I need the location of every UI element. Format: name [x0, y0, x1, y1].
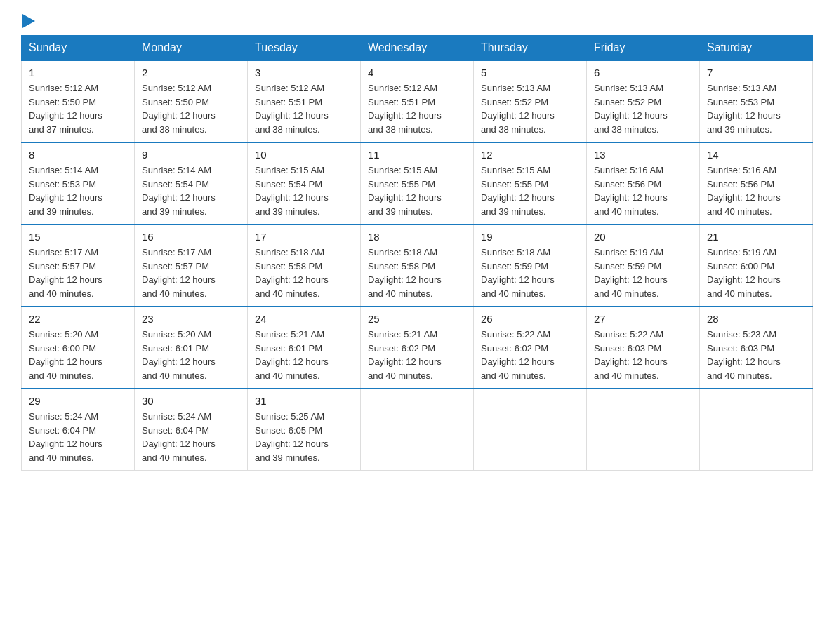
day-info: Sunrise: 5:12 AMSunset: 5:51 PMDaylight:… — [368, 81, 466, 136]
calendar-day-cell: 21Sunrise: 5:19 AMSunset: 6:00 PMDayligh… — [700, 224, 813, 307]
day-number: 22 — [29, 313, 127, 325]
day-info: Sunrise: 5:18 AMSunset: 5:58 PMDaylight:… — [255, 246, 353, 300]
day-number: 18 — [368, 231, 466, 243]
calendar-day-cell: 6Sunrise: 5:13 AMSunset: 5:52 PMDaylight… — [587, 60, 700, 142]
calendar-day-cell: 20Sunrise: 5:19 AMSunset: 5:59 PMDayligh… — [587, 224, 700, 307]
day-number: 25 — [368, 313, 466, 325]
day-info: Sunrise: 5:19 AMSunset: 6:00 PMDaylight:… — [707, 246, 805, 300]
calendar-day-cell: 7Sunrise: 5:13 AMSunset: 5:53 PMDaylight… — [700, 60, 813, 142]
day-info: Sunrise: 5:15 AMSunset: 5:55 PMDaylight:… — [368, 163, 466, 218]
calendar-week-row: 29Sunrise: 5:24 AMSunset: 6:04 PMDayligh… — [22, 389, 813, 471]
calendar-day-cell: 28Sunrise: 5:23 AMSunset: 6:03 PMDayligh… — [700, 307, 813, 389]
calendar-day-cell: 12Sunrise: 5:15 AMSunset: 5:55 PMDayligh… — [474, 142, 587, 224]
day-info: Sunrise: 5:25 AMSunset: 6:05 PMDaylight:… — [255, 410, 353, 464]
calendar-day-cell: 11Sunrise: 5:15 AMSunset: 5:55 PMDayligh… — [361, 142, 474, 224]
day-info: Sunrise: 5:14 AMSunset: 5:53 PMDaylight:… — [29, 163, 127, 218]
day-number: 7 — [707, 67, 805, 79]
day-of-week-header: Tuesday — [248, 36, 361, 61]
calendar-day-cell: 22Sunrise: 5:20 AMSunset: 6:00 PMDayligh… — [22, 307, 135, 389]
day-info: Sunrise: 5:12 AMSunset: 5:51 PMDaylight:… — [255, 81, 353, 136]
calendar-day-cell: 13Sunrise: 5:16 AMSunset: 5:56 PMDayligh… — [587, 142, 700, 224]
calendar-day-cell: 3Sunrise: 5:12 AMSunset: 5:51 PMDaylight… — [248, 60, 361, 142]
calendar-header-row: SundayMondayTuesdayWednesdayThursdayFrid… — [22, 36, 813, 61]
day-number: 4 — [368, 67, 466, 79]
day-info: Sunrise: 5:17 AMSunset: 5:57 PMDaylight:… — [142, 246, 240, 300]
day-number: 14 — [707, 149, 805, 161]
calendar-day-cell — [700, 389, 813, 471]
day-info: Sunrise: 5:13 AMSunset: 5:53 PMDaylight:… — [707, 81, 805, 136]
day-number: 21 — [707, 231, 805, 243]
calendar-day-cell — [474, 389, 587, 471]
calendar-day-cell: 8Sunrise: 5:14 AMSunset: 5:53 PMDaylight… — [22, 142, 135, 224]
day-of-week-header: Thursday — [474, 36, 587, 61]
day-info: Sunrise: 5:24 AMSunset: 6:04 PMDaylight:… — [29, 410, 127, 464]
calendar-day-cell: 2Sunrise: 5:12 AMSunset: 5:50 PMDaylight… — [135, 60, 248, 142]
logo-arrow-icon — [22, 14, 35, 28]
day-info: Sunrise: 5:17 AMSunset: 5:57 PMDaylight:… — [29, 246, 127, 300]
calendar-day-cell: 26Sunrise: 5:22 AMSunset: 6:02 PMDayligh… — [474, 307, 587, 389]
calendar-day-cell: 27Sunrise: 5:22 AMSunset: 6:03 PMDayligh… — [587, 307, 700, 389]
calendar-day-cell: 29Sunrise: 5:24 AMSunset: 6:04 PMDayligh… — [22, 389, 135, 471]
day-info: Sunrise: 5:21 AMSunset: 6:01 PMDaylight:… — [255, 328, 353, 382]
day-of-week-header: Sunday — [22, 36, 135, 61]
day-number: 12 — [481, 149, 579, 161]
calendar-week-row: 8Sunrise: 5:14 AMSunset: 5:53 PMDaylight… — [22, 142, 813, 224]
day-info: Sunrise: 5:23 AMSunset: 6:03 PMDaylight:… — [707, 328, 805, 382]
day-number: 8 — [29, 149, 127, 161]
day-info: Sunrise: 5:22 AMSunset: 6:03 PMDaylight:… — [594, 328, 692, 382]
day-info: Sunrise: 5:19 AMSunset: 5:59 PMDaylight:… — [594, 246, 692, 300]
calendar-day-cell: 31Sunrise: 5:25 AMSunset: 6:05 PMDayligh… — [248, 389, 361, 471]
day-info: Sunrise: 5:22 AMSunset: 6:02 PMDaylight:… — [481, 328, 579, 382]
day-number: 16 — [142, 231, 240, 243]
day-number: 28 — [707, 313, 805, 325]
day-info: Sunrise: 5:16 AMSunset: 5:56 PMDaylight:… — [594, 163, 692, 218]
day-info: Sunrise: 5:13 AMSunset: 5:52 PMDaylight:… — [594, 81, 692, 136]
calendar-day-cell: 14Sunrise: 5:16 AMSunset: 5:56 PMDayligh… — [700, 142, 813, 224]
day-number: 15 — [29, 231, 127, 243]
day-info: Sunrise: 5:15 AMSunset: 5:55 PMDaylight:… — [481, 163, 579, 218]
day-number: 2 — [142, 67, 240, 79]
calendar-day-cell: 17Sunrise: 5:18 AMSunset: 5:58 PMDayligh… — [248, 224, 361, 307]
day-number: 23 — [142, 313, 240, 325]
day-number: 11 — [368, 149, 466, 161]
day-number: 29 — [29, 395, 127, 407]
calendar-day-cell: 18Sunrise: 5:18 AMSunset: 5:58 PMDayligh… — [361, 224, 474, 307]
day-number: 9 — [142, 149, 240, 161]
calendar-week-row: 1Sunrise: 5:12 AMSunset: 5:50 PMDaylight… — [22, 60, 813, 142]
day-number: 5 — [481, 67, 579, 79]
day-of-week-header: Saturday — [700, 36, 813, 61]
day-number: 10 — [255, 149, 353, 161]
day-info: Sunrise: 5:13 AMSunset: 5:52 PMDaylight:… — [481, 81, 579, 136]
calendar-day-cell: 9Sunrise: 5:14 AMSunset: 5:54 PMDaylight… — [135, 142, 248, 224]
calendar-table: SundayMondayTuesdayWednesdayThursdayFrid… — [21, 35, 813, 471]
day-number: 26 — [481, 313, 579, 325]
page-header — [21, 14, 813, 28]
calendar-day-cell: 30Sunrise: 5:24 AMSunset: 6:04 PMDayligh… — [135, 389, 248, 471]
calendar-day-cell: 1Sunrise: 5:12 AMSunset: 5:50 PMDaylight… — [22, 60, 135, 142]
day-number: 13 — [594, 149, 692, 161]
day-number: 1 — [29, 67, 127, 79]
day-number: 31 — [255, 395, 353, 407]
day-of-week-header: Friday — [587, 36, 700, 61]
logo — [21, 14, 35, 28]
svg-marker-0 — [22, 14, 35, 28]
calendar-day-cell — [361, 389, 474, 471]
calendar-day-cell: 4Sunrise: 5:12 AMSunset: 5:51 PMDaylight… — [361, 60, 474, 142]
calendar-day-cell: 24Sunrise: 5:21 AMSunset: 6:01 PMDayligh… — [248, 307, 361, 389]
day-of-week-header: Monday — [135, 36, 248, 61]
day-number: 20 — [594, 231, 692, 243]
calendar-week-row: 22Sunrise: 5:20 AMSunset: 6:00 PMDayligh… — [22, 307, 813, 389]
calendar-day-cell: 5Sunrise: 5:13 AMSunset: 5:52 PMDaylight… — [474, 60, 587, 142]
calendar-day-cell: 15Sunrise: 5:17 AMSunset: 5:57 PMDayligh… — [22, 224, 135, 307]
day-info: Sunrise: 5:16 AMSunset: 5:56 PMDaylight:… — [707, 163, 805, 218]
calendar-day-cell: 25Sunrise: 5:21 AMSunset: 6:02 PMDayligh… — [361, 307, 474, 389]
day-number: 30 — [142, 395, 240, 407]
calendar-day-cell — [587, 389, 700, 471]
day-info: Sunrise: 5:20 AMSunset: 6:00 PMDaylight:… — [29, 328, 127, 382]
day-number: 27 — [594, 313, 692, 325]
day-of-week-header: Wednesday — [361, 36, 474, 61]
day-info: Sunrise: 5:20 AMSunset: 6:01 PMDaylight:… — [142, 328, 240, 382]
day-info: Sunrise: 5:14 AMSunset: 5:54 PMDaylight:… — [142, 163, 240, 218]
day-info: Sunrise: 5:18 AMSunset: 5:58 PMDaylight:… — [368, 246, 466, 300]
calendar-day-cell: 19Sunrise: 5:18 AMSunset: 5:59 PMDayligh… — [474, 224, 587, 307]
